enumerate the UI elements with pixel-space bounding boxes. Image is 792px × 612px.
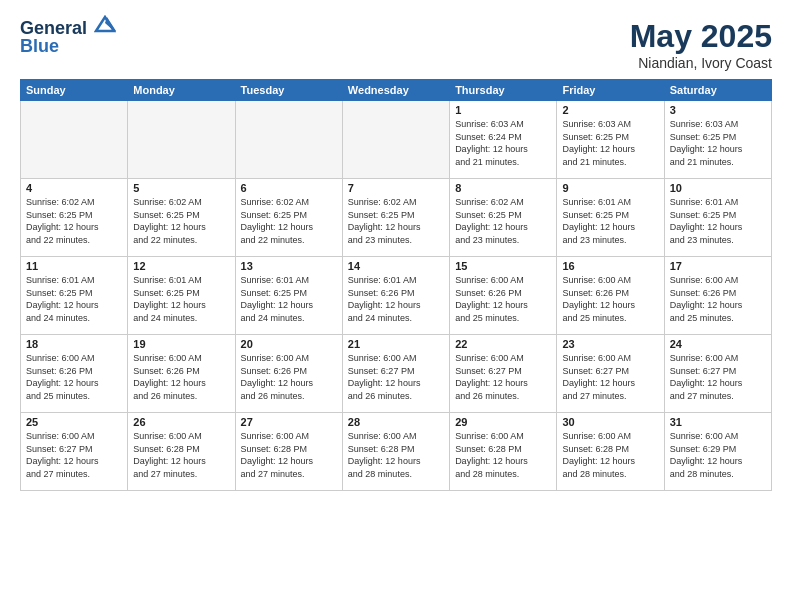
day-info: Sunrise: 6:00 AMSunset: 6:27 PMDaylight:… [348,352,444,402]
logo-blue: Blue [20,37,116,55]
calendar-week-row: 1Sunrise: 6:03 AMSunset: 6:24 PMDaylight… [21,101,772,179]
day-number: 17 [670,260,766,272]
day-info: Sunrise: 6:00 AMSunset: 6:28 PMDaylight:… [133,430,229,480]
calendar-cell: 9Sunrise: 6:01 AMSunset: 6:25 PMDaylight… [557,179,664,257]
day-info: Sunrise: 6:01 AMSunset: 6:25 PMDaylight:… [562,196,658,246]
day-number: 5 [133,182,229,194]
month-title: May 2025 [630,18,772,55]
calendar-cell: 24Sunrise: 6:00 AMSunset: 6:27 PMDayligh… [664,335,771,413]
calendar-cell: 21Sunrise: 6:00 AMSunset: 6:27 PMDayligh… [342,335,449,413]
title-block: May 2025 Niandian, Ivory Coast [630,18,772,71]
calendar-week-row: 11Sunrise: 6:01 AMSunset: 6:25 PMDayligh… [21,257,772,335]
calendar-cell: 25Sunrise: 6:00 AMSunset: 6:27 PMDayligh… [21,413,128,491]
calendar-cell: 13Sunrise: 6:01 AMSunset: 6:25 PMDayligh… [235,257,342,335]
col-friday: Friday [557,80,664,101]
calendar-cell: 6Sunrise: 6:02 AMSunset: 6:25 PMDaylight… [235,179,342,257]
day-number: 30 [562,416,658,428]
day-number: 13 [241,260,337,272]
day-number: 14 [348,260,444,272]
day-number: 1 [455,104,551,116]
day-number: 12 [133,260,229,272]
calendar-cell: 26Sunrise: 6:00 AMSunset: 6:28 PMDayligh… [128,413,235,491]
calendar-cell: 15Sunrise: 6:00 AMSunset: 6:26 PMDayligh… [450,257,557,335]
calendar-week-row: 18Sunrise: 6:00 AMSunset: 6:26 PMDayligh… [21,335,772,413]
calendar-cell [128,101,235,179]
day-info: Sunrise: 6:03 AMSunset: 6:25 PMDaylight:… [562,118,658,168]
day-info: Sunrise: 6:00 AMSunset: 6:26 PMDaylight:… [562,274,658,324]
day-info: Sunrise: 6:01 AMSunset: 6:25 PMDaylight:… [133,274,229,324]
calendar-cell: 20Sunrise: 6:00 AMSunset: 6:26 PMDayligh… [235,335,342,413]
calendar-cell [21,101,128,179]
day-info: Sunrise: 6:00 AMSunset: 6:28 PMDaylight:… [348,430,444,480]
day-number: 11 [26,260,122,272]
day-info: Sunrise: 6:00 AMSunset: 6:26 PMDaylight:… [26,352,122,402]
day-info: Sunrise: 6:01 AMSunset: 6:26 PMDaylight:… [348,274,444,324]
day-number: 20 [241,338,337,350]
day-number: 7 [348,182,444,194]
day-info: Sunrise: 6:00 AMSunset: 6:26 PMDaylight:… [455,274,551,324]
day-number: 6 [241,182,337,194]
calendar-cell: 28Sunrise: 6:00 AMSunset: 6:28 PMDayligh… [342,413,449,491]
day-info: Sunrise: 6:02 AMSunset: 6:25 PMDaylight:… [348,196,444,246]
day-number: 29 [455,416,551,428]
day-info: Sunrise: 6:00 AMSunset: 6:28 PMDaylight:… [562,430,658,480]
day-number: 24 [670,338,766,350]
calendar-cell: 22Sunrise: 6:00 AMSunset: 6:27 PMDayligh… [450,335,557,413]
calendar-cell: 8Sunrise: 6:02 AMSunset: 6:25 PMDaylight… [450,179,557,257]
day-number: 8 [455,182,551,194]
calendar-cell: 10Sunrise: 6:01 AMSunset: 6:25 PMDayligh… [664,179,771,257]
logo: General Blue [20,18,116,55]
day-number: 16 [562,260,658,272]
day-info: Sunrise: 6:02 AMSunset: 6:25 PMDaylight:… [455,196,551,246]
day-number: 25 [26,416,122,428]
day-number: 22 [455,338,551,350]
col-tuesday: Tuesday [235,80,342,101]
day-info: Sunrise: 6:00 AMSunset: 6:29 PMDaylight:… [670,430,766,480]
col-wednesday: Wednesday [342,80,449,101]
col-sunday: Sunday [21,80,128,101]
day-info: Sunrise: 6:00 AMSunset: 6:27 PMDaylight:… [562,352,658,402]
day-number: 10 [670,182,766,194]
day-info: Sunrise: 6:00 AMSunset: 6:27 PMDaylight:… [26,430,122,480]
day-number: 26 [133,416,229,428]
day-number: 18 [26,338,122,350]
col-monday: Monday [128,80,235,101]
calendar-cell: 27Sunrise: 6:00 AMSunset: 6:28 PMDayligh… [235,413,342,491]
day-info: Sunrise: 6:02 AMSunset: 6:25 PMDaylight:… [133,196,229,246]
calendar-cell: 29Sunrise: 6:00 AMSunset: 6:28 PMDayligh… [450,413,557,491]
calendar-cell: 2Sunrise: 6:03 AMSunset: 6:25 PMDaylight… [557,101,664,179]
day-number: 4 [26,182,122,194]
day-number: 31 [670,416,766,428]
day-info: Sunrise: 6:03 AMSunset: 6:25 PMDaylight:… [670,118,766,168]
day-info: Sunrise: 6:02 AMSunset: 6:25 PMDaylight:… [241,196,337,246]
calendar-cell: 4Sunrise: 6:02 AMSunset: 6:25 PMDaylight… [21,179,128,257]
day-info: Sunrise: 6:00 AMSunset: 6:27 PMDaylight:… [455,352,551,402]
calendar-table: Sunday Monday Tuesday Wednesday Thursday… [20,79,772,491]
day-info: Sunrise: 6:00 AMSunset: 6:26 PMDaylight:… [670,274,766,324]
day-info: Sunrise: 6:03 AMSunset: 6:24 PMDaylight:… [455,118,551,168]
calendar-header-row: Sunday Monday Tuesday Wednesday Thursday… [21,80,772,101]
location-subtitle: Niandian, Ivory Coast [630,55,772,71]
header: General Blue May 2025 Niandian, Ivory Co… [20,18,772,71]
calendar-cell: 16Sunrise: 6:00 AMSunset: 6:26 PMDayligh… [557,257,664,335]
col-thursday: Thursday [450,80,557,101]
calendar-cell [235,101,342,179]
col-saturday: Saturday [664,80,771,101]
calendar-cell: 19Sunrise: 6:00 AMSunset: 6:26 PMDayligh… [128,335,235,413]
calendar-cell: 11Sunrise: 6:01 AMSunset: 6:25 PMDayligh… [21,257,128,335]
day-number: 28 [348,416,444,428]
calendar-cell: 23Sunrise: 6:00 AMSunset: 6:27 PMDayligh… [557,335,664,413]
day-number: 23 [562,338,658,350]
calendar-cell: 30Sunrise: 6:00 AMSunset: 6:28 PMDayligh… [557,413,664,491]
day-number: 21 [348,338,444,350]
logo-icon [94,15,116,33]
day-info: Sunrise: 6:01 AMSunset: 6:25 PMDaylight:… [241,274,337,324]
day-info: Sunrise: 6:00 AMSunset: 6:26 PMDaylight:… [241,352,337,402]
calendar-week-row: 25Sunrise: 6:00 AMSunset: 6:27 PMDayligh… [21,413,772,491]
calendar-cell [342,101,449,179]
page: General Blue May 2025 Niandian, Ivory Co… [0,0,792,612]
day-number: 3 [670,104,766,116]
calendar-cell: 17Sunrise: 6:00 AMSunset: 6:26 PMDayligh… [664,257,771,335]
day-number: 9 [562,182,658,194]
calendar-week-row: 4Sunrise: 6:02 AMSunset: 6:25 PMDaylight… [21,179,772,257]
